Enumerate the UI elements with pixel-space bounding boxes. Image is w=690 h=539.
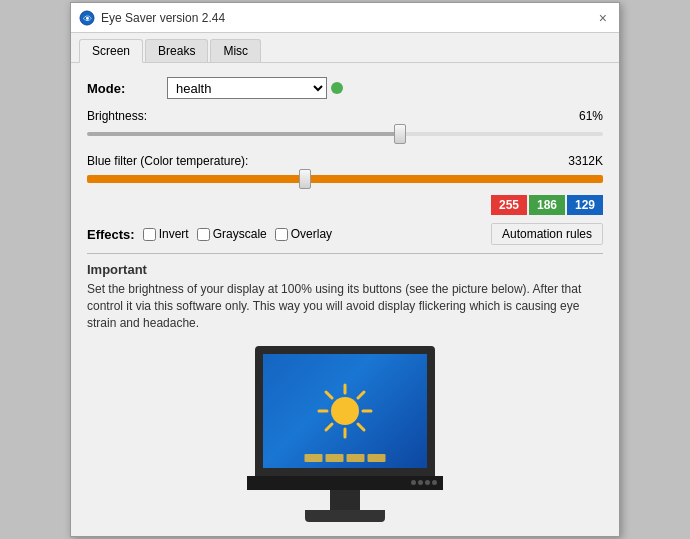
- svg-line-10: [326, 424, 332, 430]
- mode-row: Mode: health normal dark custom: [87, 77, 603, 99]
- color-boxes: 255 186 129: [491, 195, 603, 215]
- tab-bar: Screen Breaks Misc: [71, 33, 619, 63]
- mode-label: Mode:: [87, 81, 167, 96]
- tab-content: Mode: health normal dark custom Brightne…: [71, 63, 619, 535]
- brightness-slider[interactable]: [87, 125, 603, 143]
- brightness-label: Brightness:: [87, 109, 147, 123]
- mode-select[interactable]: health normal dark custom: [167, 77, 327, 99]
- grayscale-checkbox[interactable]: [197, 228, 210, 241]
- monitor-control-buttons: [411, 480, 437, 485]
- important-title: Important: [87, 262, 603, 277]
- brightness-section: Brightness: 61%: [87, 109, 603, 146]
- green-value-box: 186: [529, 195, 565, 215]
- app-icon: 👁: [79, 10, 95, 26]
- red-value-box: 255: [491, 195, 527, 215]
- svg-line-8: [358, 424, 364, 430]
- monitor-button-1: [411, 480, 416, 485]
- invert-checkbox[interactable]: [143, 228, 156, 241]
- svg-line-9: [358, 392, 364, 398]
- window-title: Eye Saver version 2.44: [101, 11, 225, 25]
- main-window: 👁 Eye Saver version 2.44 × Screen Breaks…: [70, 2, 620, 536]
- monitor-screen: [255, 346, 435, 476]
- title-bar-left: 👁 Eye Saver version 2.44: [79, 10, 225, 26]
- svg-line-7: [326, 392, 332, 398]
- overlay-checkbox[interactable]: [275, 228, 288, 241]
- monitor-stand-base: [305, 510, 385, 522]
- overlay-checkbox-item: Overlay: [275, 227, 332, 241]
- status-indicator: [331, 82, 343, 94]
- monitor-container: [87, 346, 603, 522]
- monitor-button-2: [418, 480, 423, 485]
- monitor-bezel: [247, 476, 443, 490]
- svg-point-2: [331, 397, 359, 425]
- title-bar: 👁 Eye Saver version 2.44 ×: [71, 3, 619, 33]
- brightness-label-row: Brightness: 61%: [87, 109, 603, 123]
- blue-filter-label-row: Blue filter (Color temperature): 3312K: [87, 154, 603, 168]
- monitor-graphic: [245, 346, 445, 522]
- svg-text:👁: 👁: [83, 14, 92, 24]
- monitor-button-4: [432, 480, 437, 485]
- effects-label: Effects:: [87, 227, 135, 242]
- important-text: Set the brightness of your display at 10…: [87, 281, 603, 331]
- tab-breaks[interactable]: Breaks: [145, 39, 208, 62]
- grayscale-checkbox-item: Grayscale: [197, 227, 267, 241]
- monitor-stand-neck: [330, 490, 360, 510]
- close-button[interactable]: ×: [595, 9, 611, 27]
- blue-filter-slider[interactable]: [87, 170, 603, 188]
- blue-filter-label: Blue filter (Color temperature):: [87, 154, 248, 168]
- brightness-value: 61%: [579, 109, 603, 123]
- blue-filter-value: 3312K: [568, 154, 603, 168]
- overlay-label: Overlay: [291, 227, 332, 241]
- tab-screen[interactable]: Screen: [79, 39, 143, 63]
- invert-checkbox-item: Invert: [143, 227, 189, 241]
- monitor-button-3: [425, 480, 430, 485]
- effects-row: Effects: Invert Grayscale Overlay: [87, 227, 332, 242]
- blue-filter-section: Blue filter (Color temperature): 3312K 2…: [87, 154, 603, 215]
- important-section: Important Set the brightness of your dis…: [87, 262, 603, 331]
- divider: [87, 253, 603, 254]
- blue-value-box: 129: [567, 195, 603, 215]
- sun-icon: [315, 381, 375, 441]
- tab-misc[interactable]: Misc: [210, 39, 261, 62]
- grayscale-label: Grayscale: [213, 227, 267, 241]
- invert-label: Invert: [159, 227, 189, 241]
- automation-rules-button[interactable]: Automation rules: [491, 223, 603, 245]
